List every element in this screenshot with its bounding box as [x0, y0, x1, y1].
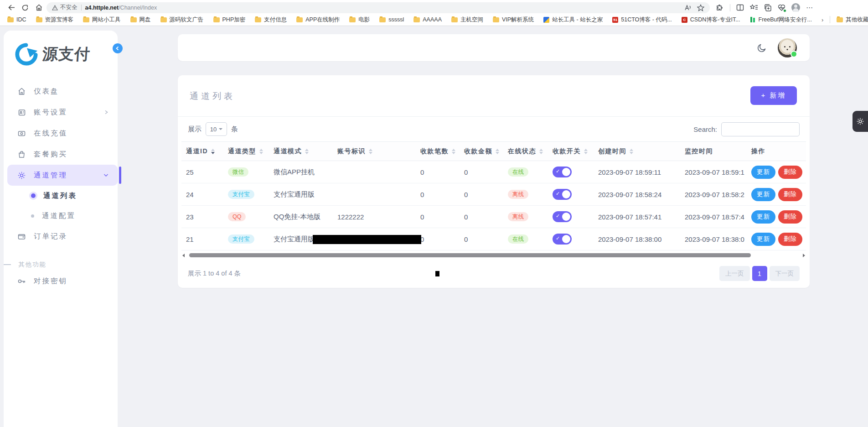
search-input[interactable] — [721, 122, 800, 136]
favorites-bar-icon[interactable] — [750, 4, 758, 11]
sidebar-item-api-keys[interactable]: 对接密钥 — [4, 271, 118, 292]
sidebar-item-account-settings[interactable]: 账号设置 — [4, 102, 118, 123]
payment-amount-cell: 0 — [460, 168, 503, 176]
prev-page-button[interactable]: 上一页 — [719, 266, 750, 281]
browser-menu-icon[interactable]: ⋯ — [806, 4, 813, 12]
created-time-cell: 2023-09-07 18:57:41 — [594, 213, 680, 221]
bookmark-item[interactable]: 主机空间 — [451, 16, 483, 24]
update-button[interactable]: 更新 — [751, 188, 775, 201]
bookmark-item[interactable]: 电影 — [349, 16, 370, 24]
column-header[interactable]: 通道ID — [181, 147, 223, 156]
payment-amount-cell: 0 — [460, 213, 503, 221]
update-button[interactable]: 更新 — [751, 166, 775, 179]
bookmark-item[interactable]: IDC — [7, 16, 26, 23]
browser-essentials-icon[interactable] — [778, 4, 785, 11]
chevron-right-icon — [104, 108, 108, 116]
sort-arrows-icon[interactable] — [539, 149, 543, 154]
favorite-star-icon[interactable] — [697, 4, 704, 11]
scroll-right-arrow-icon[interactable] — [803, 254, 805, 257]
column-header[interactable]: 创建时间 — [594, 147, 680, 156]
bookmark-item[interactable]: VIP解析系统 — [493, 16, 534, 24]
id-card-icon — [17, 108, 26, 117]
extensions-icon[interactable] — [716, 4, 724, 11]
column-header[interactable]: 收款开关 — [548, 147, 594, 156]
delete-button[interactable]: 删除 — [778, 166, 802, 179]
scroll-left-arrow-icon[interactable] — [182, 254, 185, 257]
split-screen-icon[interactable] — [736, 4, 744, 11]
monitor-time-cell: 2023-09-07 18:38:0 — [680, 235, 747, 243]
bookmark-item[interactable]: 51 51CTO博客 - 代码... — [612, 16, 672, 24]
payment-switch-toggle[interactable] — [553, 211, 572, 222]
folder-icon — [451, 17, 458, 22]
bookmark-item[interactable]: FreeBuf网络安全行... — [750, 16, 812, 24]
sidebar-item-channel-config[interactable]: 通道配置 — [4, 206, 118, 226]
payment-switch-toggle[interactable] — [553, 167, 572, 177]
browser-profile-avatar[interactable] — [791, 3, 800, 12]
delete-button[interactable]: 删除 — [778, 188, 802, 201]
sidebar-item-package-purchase[interactable]: 套餐购买 — [4, 144, 118, 165]
actions-cell: 更新删除 — [747, 166, 804, 179]
dark-mode-toggle[interactable] — [757, 43, 767, 53]
channel-type-badge: 微信 — [228, 167, 248, 177]
bookmark-item[interactable]: 站长工具 - 站长之家 — [543, 16, 603, 24]
page-size-select[interactable]: 10 — [206, 122, 227, 136]
home-icon[interactable] — [33, 2, 45, 13]
update-button[interactable]: 更新 — [751, 210, 775, 224]
column-header[interactable]: 收款笔数 — [416, 147, 460, 156]
folder-icon — [213, 17, 220, 22]
sidebar-item-order-records[interactable]: 订单记录 — [4, 226, 118, 247]
app-root: 源支付 仪表盘 账号设置 在线充值 套餐购买 — [0, 26, 868, 427]
column-header[interactable]: 收款金额 — [460, 147, 503, 156]
sidebar-collapse-button[interactable] — [113, 43, 123, 53]
current-page-button[interactable]: 1 — [752, 266, 767, 281]
back-icon[interactable] — [5, 2, 17, 13]
refresh-icon[interactable] — [19, 2, 31, 13]
add-channel-button[interactable]: + 新增 — [750, 86, 797, 105]
payment-switch-toggle[interactable] — [553, 189, 572, 200]
bookmark-item[interactable]: 网站小工具 — [83, 16, 121, 24]
user-avatar[interactable] — [778, 38, 797, 57]
folder-icon — [255, 17, 261, 22]
sort-arrows-icon[interactable] — [369, 149, 372, 154]
bookmark-item[interactable]: 源码软文广告 — [160, 16, 204, 24]
bookmark-item[interactable]: APP在线制作 — [296, 16, 340, 24]
update-button[interactable]: 更新 — [751, 233, 775, 246]
sort-arrows-icon[interactable] — [630, 149, 633, 154]
sidebar-item-dashboard[interactable]: 仪表盘 — [4, 81, 118, 102]
bookmark-item[interactable]: 资源宝博客 — [36, 16, 74, 24]
bookmark-item[interactable]: PHP加密 — [213, 16, 246, 24]
sort-arrows-icon[interactable] — [452, 149, 455, 154]
sort-arrows-icon[interactable] — [305, 149, 309, 154]
bookmark-item[interactable]: 支付信息 — [255, 16, 287, 24]
sort-arrows-icon[interactable] — [259, 149, 263, 154]
payment-switch-toggle[interactable] — [553, 234, 572, 245]
bookmark-item[interactable]: sssssl — [379, 16, 404, 23]
bookmarks-overflow-chevron[interactable]: › — [822, 16, 823, 23]
bookmark-item[interactable]: 网盘 — [130, 16, 151, 24]
delete-button[interactable]: 删除 — [778, 210, 802, 224]
sort-arrows-icon[interactable] — [584, 149, 588, 154]
read-aloud-icon[interactable] — [684, 5, 692, 11]
column-header[interactable]: 在线状态 — [503, 147, 548, 156]
sort-arrows-icon[interactable] — [496, 149, 499, 154]
theme-settings-button[interactable] — [852, 111, 868, 132]
delete-button[interactable]: 删除 — [778, 233, 802, 246]
sidebar-item-channel-list[interactable]: 通道列表 — [4, 186, 118, 206]
column-header[interactable]: 账号标识 — [333, 147, 416, 156]
other-favorites[interactable]: 其他收藏夹 — [837, 16, 868, 24]
sidebar-item-channel-management[interactable]: 通道管理 — [7, 165, 118, 186]
sidebar-item-online-recharge[interactable]: 在线充值 — [4, 123, 118, 144]
column-header[interactable]: 通道模式 — [269, 147, 333, 156]
scrollbar-thumb[interactable] — [189, 253, 751, 257]
bookmark-item[interactable]: C CSDN博客-专业IT... — [682, 16, 740, 24]
bookmark-item[interactable]: AAAAA — [413, 16, 442, 23]
logo-text: 源支付 — [41, 44, 91, 65]
collections-icon[interactable] — [764, 4, 772, 11]
wallet-icon — [17, 232, 26, 241]
banknote-icon — [17, 129, 26, 138]
next-page-button[interactable]: 下一页 — [770, 266, 800, 281]
column-header[interactable]: 通道类型 — [223, 147, 269, 156]
sort-arrows-icon[interactable] — [211, 149, 215, 154]
address-bar[interactable]: 不安全 a4.httple.net/Channel/Index — [46, 2, 710, 13]
sidebar-section-other: 其他功能 — [4, 260, 118, 269]
